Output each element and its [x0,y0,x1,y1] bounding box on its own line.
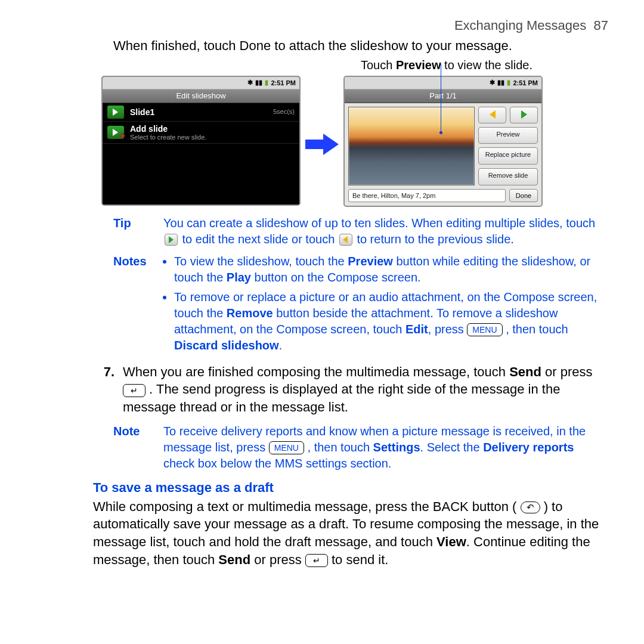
section-title: Exchanging Messages [454,18,586,33]
arrow-icon [305,132,339,156]
enter-key-icon: ↵ [123,384,145,397]
slide-list: Slide1 5sec(s) Add slide Select to creat… [103,103,299,205]
signal-icon: ▮▮ [497,79,504,86]
prev-icon [339,234,352,246]
callout-leader-line [441,64,441,132]
notes-body: To view the slideshow, touch the Preview… [163,253,608,357]
list-item[interactable]: Add slide Select to create new slide. [103,122,299,144]
svg-marker-0 [305,134,339,155]
note-body: To receive delivery reports and know whe… [163,423,608,472]
manual-page: Exchanging Messages 87 When finished, to… [0,0,644,644]
battery-icon: ▮ [507,79,510,86]
slide-duration: 5sec(s) [273,106,295,115]
step-7: 7. When you are finished composing the m… [101,363,608,416]
slide-image [348,107,475,185]
tip-label: Tip [113,215,153,247]
draft-heading: To save a message as a draft [93,480,608,496]
done-button[interactable]: Done [509,189,538,202]
step-number: 7. [101,363,114,416]
note-item: To remove or replace a picture or an aud… [174,289,608,354]
replace-picture-button[interactable]: Replace picture [478,147,538,165]
note-label: Note [113,423,153,472]
bluetooth-icon: ✱ [490,79,495,86]
status-bar: ✱ ▮▮ ▮ 2:51 PM [345,77,541,89]
signal-icon: ▮▮ [255,79,262,86]
step-text: When you are finished composing the mult… [123,363,608,416]
intro-text: When finished, touch Done to attach the … [113,37,608,55]
notes-label: Notes [113,253,153,357]
callout-caption: Touch Preview to view the slide. [361,58,608,72]
screen-title: Edit slideshow [103,89,299,103]
tip-body: You can create a slideshow of up to ten … [163,215,608,247]
screenshots-row: ✱ ▮▮ ▮ 2:51 PM Edit slideshow Slide1 5se… [36,76,608,207]
remove-slide-button[interactable]: Remove slide [478,168,538,185]
running-header: Exchanging Messages 87 [36,18,608,33]
next-icon [165,234,178,246]
preview-button[interactable]: Preview [478,127,538,144]
caption-input[interactable]: Be there, Hilton, May 7, 2pm [348,189,506,202]
note-item: To view the slideshow, touch the Preview… [174,253,608,286]
draft-paragraph: While composing a text or multimedia mes… [93,498,608,569]
slide-title: Slide1 [130,107,273,117]
tip-block: Tip You can create a slideshow of up to … [113,215,608,247]
list-item[interactable]: Slide1 5sec(s) [103,103,299,122]
screen-title: Part 1/1 [345,89,541,103]
clock: 2:51 PM [271,79,296,86]
next-slide-button[interactable] [510,107,538,123]
enter-key-icon: ↵ [305,554,328,567]
page-number: 87 [594,18,608,33]
preview-slide-screen: ✱ ▮▮ ▮ 2:51 PM Part 1/1 Preview Replace … [343,76,543,207]
clock: 2:51 PM [513,79,538,86]
note-block: Note To receive delivery reports and kno… [113,423,608,472]
add-slide-title: Add slide [130,124,295,134]
edit-slideshow-screen: ✱ ▮▮ ▮ 2:51 PM Edit slideshow Slide1 5se… [101,76,301,206]
status-bar: ✱ ▮▮ ▮ 2:51 PM [103,77,299,89]
elev-notes-block: Notes To view the slideshow, touch the P… [113,253,608,357]
battery-icon: ▮ [265,79,268,86]
add-slide-sub: Select to create new slide. [130,134,295,141]
add-slide-icon [107,126,124,139]
prev-slide-button[interactable] [478,107,506,123]
back-key-icon: ↶ [521,501,540,513]
slide-icon [107,106,124,119]
bluetooth-icon: ✱ [247,79,253,86]
